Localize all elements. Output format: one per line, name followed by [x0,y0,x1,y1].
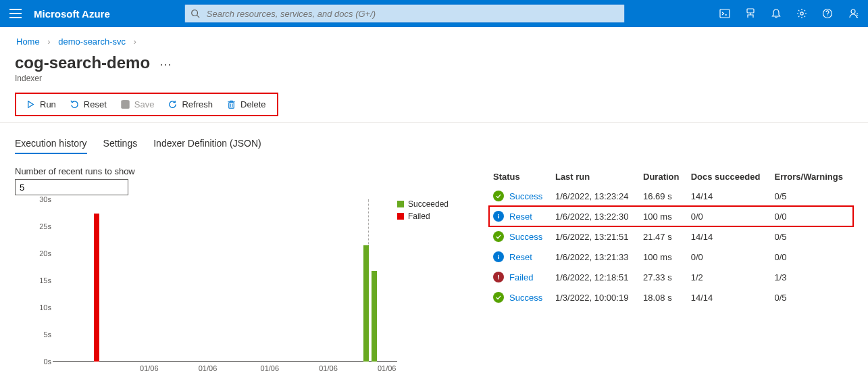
table-row[interactable]: Success1/6/2022, 13:23:2416.69 s14/140/5 [489,186,853,206]
cell-errors: 0/0 [771,247,854,267]
page-title: cog-search-demo [15,53,150,72]
col-status: Status [489,166,551,186]
chevron-right-icon: › [134,36,136,47]
help-icon[interactable] [822,8,833,19]
svg-point-22 [498,255,499,256]
y-tick: 25s [32,222,51,230]
runs-count-input[interactable] [15,179,128,195]
cloud-shell-icon[interactable] [719,8,730,19]
cell-duration: 100 ms [639,206,687,226]
svg-point-7 [827,16,827,16]
col-docs: Docs succeeded [687,166,771,186]
cell-errors: 0/5 [771,226,854,247]
runs-count-label: Number of recent runs to show [15,166,449,176]
runs-table: Status Last run Duration Docs succeeded … [489,166,853,307]
top-bar: Microsoft Azure [0,0,868,27]
breadcrumb-home[interactable]: Home [16,36,40,47]
svg-rect-13 [229,103,234,108]
svg-point-20 [498,214,499,216]
tabs: Execution history Settings Indexer Defin… [15,135,853,154]
col-errors: Errors/Warnings [771,166,854,186]
y-tick: 0s [32,357,51,366]
global-search[interactable] [184,4,625,23]
status-link[interactable]: Reset [509,212,532,222]
refresh-icon [168,99,178,109]
cell-docs: 0/0 [687,247,771,267]
reset-button[interactable]: Reset [63,95,113,114]
y-tick: 30s [32,195,51,203]
y-tick: 5s [32,330,51,339]
run-button[interactable]: Run [19,95,63,114]
status-link[interactable]: Success [509,232,542,242]
cell-docs: 14/14 [687,226,771,247]
search-input[interactable] [205,8,619,20]
col-duration: Duration [639,166,687,186]
success-icon [493,191,504,201]
cell-lastrun: 1/3/2022, 10:00:19 [551,287,639,307]
trash-icon [226,99,236,109]
cell-docs: 1/2 [687,267,771,287]
table-row[interactable]: Success1/3/2022, 10:00:1918.08 s14/140/5 [489,287,853,307]
play-icon [26,99,36,109]
x-tick: 01/06 [199,364,218,371]
y-tick: 10s [32,303,51,312]
gear-icon[interactable] [796,8,807,19]
x-tick: 01/06 [140,364,159,371]
menu-icon[interactable] [9,9,22,18]
directory-icon[interactable] [745,8,756,19]
tab-settings[interactable]: Settings [103,135,138,154]
table-row[interactable]: Success1/6/2022, 13:21:5121.47 s14/140/5 [489,226,853,247]
cell-errors: 0/5 [771,186,854,206]
cell-lastrun: 1/6/2022, 12:18:51 [551,267,639,287]
svg-point-0 [192,10,198,16]
status-link[interactable]: Reset [509,252,532,262]
success-icon [493,231,504,242]
chart-bar[interactable] [372,271,377,362]
chart-bar[interactable] [94,214,99,362]
info-icon [493,251,504,262]
table-row[interactable]: Reset1/6/2022, 13:22:30100 ms0/00/0 [489,206,853,226]
svg-rect-24 [498,275,499,278]
svg-line-1 [197,16,199,18]
feedback-icon[interactable] [848,8,859,19]
tab-indexer-definition[interactable]: Indexer Definition (JSON) [153,135,261,154]
cell-duration: 21.47 s [639,226,687,247]
cell-duration: 27.33 s [639,267,687,287]
more-icon[interactable]: ⋯ [159,57,172,71]
svg-rect-21 [498,216,499,218]
cell-lastrun: 1/6/2022, 13:21:33 [551,247,639,267]
status-link[interactable]: Success [509,191,542,201]
error-icon [493,272,504,282]
status-link[interactable]: Success [509,293,542,303]
y-tick: 20s [32,249,51,257]
svg-rect-23 [498,256,499,259]
search-icon [190,9,200,18]
table-row[interactable]: Failed1/6/2022, 12:18:5127.33 s1/21/3 [489,267,853,287]
svg-point-8 [851,9,855,14]
save-button: Save [113,95,161,114]
cell-duration: 100 ms [639,247,687,267]
svg-marker-9 [28,101,34,107]
undo-icon [70,99,80,109]
svg-rect-12 [123,105,128,108]
svg-point-5 [800,12,803,15]
notifications-icon[interactable] [771,8,782,19]
y-tick: 15s [32,276,51,285]
breadcrumb-parent[interactable]: demo-search-svc [58,36,126,47]
table-row[interactable]: Reset1/6/2022, 13:21:33100 ms0/00/0 [489,247,853,267]
refresh-button[interactable]: Refresh [161,95,220,114]
cell-errors: 1/3 [771,267,854,287]
cell-docs: 14/14 [687,186,771,206]
chart-bar[interactable] [363,245,369,362]
x-tick: 01/06 [261,364,280,371]
status-link[interactable]: Failed [509,272,533,282]
execution-chart: Succeeded Failed 0s5s10s15s20s25s30s 01/… [15,199,449,371]
chevron-right-icon: › [47,36,50,47]
tab-execution-history[interactable]: Execution history [15,135,87,154]
delete-button[interactable]: Delete [220,95,273,114]
success-icon [493,292,504,303]
brand: Microsoft Azure [34,8,110,20]
svg-rect-11 [124,101,128,103]
svg-point-25 [498,278,499,280]
x-tick: 01/06 [319,364,338,371]
